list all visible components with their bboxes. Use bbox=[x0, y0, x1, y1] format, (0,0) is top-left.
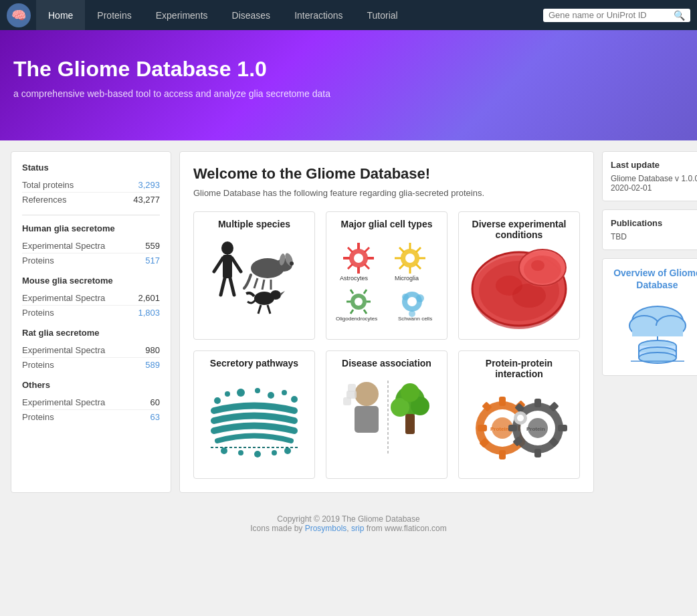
svg-line-24 bbox=[365, 264, 369, 269]
rat-proteins-row: Proteins 589 bbox=[22, 358, 160, 372]
rat-proteins-label: Proteins bbox=[22, 360, 54, 370]
references-row: References 43,277 bbox=[22, 193, 160, 207]
svg-point-10 bbox=[290, 262, 294, 266]
status-title: Status bbox=[22, 163, 160, 173]
svg-line-36 bbox=[416, 247, 421, 252]
others-proteins-row: Proteins 63 bbox=[22, 410, 160, 424]
feature-glial-cell-types-title: Major glial cell types bbox=[341, 219, 433, 229]
last-update-title: Last update bbox=[611, 160, 697, 170]
nav-experiments[interactable]: Experiments bbox=[144, 0, 220, 30]
human-spectra-value: 559 bbox=[145, 241, 160, 251]
overview-title: Overview of Gliome Database bbox=[611, 267, 697, 291]
svg-rect-119 bbox=[632, 326, 683, 336]
others-proteins-value[interactable]: 63 bbox=[151, 412, 160, 422]
svg-point-71 bbox=[282, 390, 287, 395]
feature-experimental-conditions-title: Diverse experimental conditions bbox=[466, 219, 573, 240]
svg-rect-80 bbox=[355, 406, 379, 433]
mouse-proteins-value[interactable]: 1,803 bbox=[138, 308, 160, 318]
rat-proteins-value[interactable]: 589 bbox=[145, 360, 160, 370]
secretory-pathways-image bbox=[201, 374, 308, 461]
svg-line-35 bbox=[416, 264, 421, 269]
nav-links: Home Proteins Experiments Diseases Inter… bbox=[36, 0, 410, 30]
hero-banner: The Gliome Database 1.0 a comprehensive … bbox=[0, 30, 697, 140]
svg-text:Protein: Protein bbox=[490, 426, 509, 432]
nav-home[interactable]: Home bbox=[36, 0, 85, 30]
feature-ppi[interactable]: Protein-protein interaction bbox=[458, 350, 580, 479]
overview-card[interactable]: Overview of Gliome Database bbox=[602, 258, 697, 376]
svg-line-16 bbox=[258, 305, 261, 314]
others-spectra-label: Experimental Spectra bbox=[22, 397, 105, 407]
svg-point-27 bbox=[354, 253, 363, 263]
human-proteins-row: Proteins 517 bbox=[22, 253, 160, 268]
feature-secretory-pathways[interactable]: Secretory pathways bbox=[193, 350, 315, 479]
welcome-subtitle: Gliome Database has the following featur… bbox=[193, 188, 580, 198]
svg-rect-95 bbox=[478, 425, 487, 431]
total-proteins-row: Total proteins 3,293 bbox=[22, 178, 160, 193]
hero-subtitle: a comprehensive web-based tool to access… bbox=[13, 88, 684, 99]
svg-point-69 bbox=[255, 388, 260, 393]
logo-icon: 🧠 bbox=[7, 3, 31, 27]
svg-text:Protein: Protein bbox=[526, 426, 545, 432]
others-spectra-row: Experimental Spectra 60 bbox=[22, 395, 160, 410]
sidebar: Status Total proteins 3,293 References 4… bbox=[11, 151, 171, 493]
features-grid: Multiple species bbox=[193, 211, 580, 479]
svg-point-38 bbox=[405, 253, 415, 263]
svg-line-34 bbox=[399, 247, 404, 252]
mouse-group: Mouse glia secretome Experimental Spectr… bbox=[22, 276, 160, 320]
svg-line-41 bbox=[351, 290, 353, 294]
nav-diseases[interactable]: Diseases bbox=[220, 0, 283, 30]
feature-secretory-pathways-title: Secretory pathways bbox=[210, 358, 298, 369]
feature-multiple-species[interactable]: Multiple species bbox=[193, 211, 315, 340]
svg-line-3 bbox=[232, 258, 241, 272]
svg-line-25 bbox=[365, 247, 369, 252]
feature-disease-association[interactable]: Disease association bbox=[326, 350, 447, 479]
feature-experimental-conditions[interactable]: Diverse experimental conditions bbox=[458, 211, 580, 340]
svg-rect-93 bbox=[499, 397, 506, 406]
rat-group: Rat glia secretome Experimental Spectra … bbox=[22, 328, 160, 372]
svg-point-64 bbox=[524, 255, 561, 284]
svg-point-73 bbox=[221, 447, 227, 454]
human-spectra-row: Experimental Spectra 559 bbox=[22, 239, 160, 253]
svg-rect-82 bbox=[348, 384, 356, 392]
others-group: Others Experimental Spectra 60 Proteins … bbox=[22, 380, 160, 424]
svg-text:Oligodendrocytes: Oligodendrocytes bbox=[336, 316, 377, 322]
srip-link[interactable]: srip bbox=[351, 524, 364, 533]
mouse-proteins-label: Proteins bbox=[22, 308, 54, 318]
search-input[interactable] bbox=[549, 10, 674, 20]
svg-rect-88 bbox=[405, 414, 415, 434]
svg-point-67 bbox=[225, 391, 230, 397]
human-spectra-label: Experimental Spectra bbox=[22, 241, 105, 251]
human-proteins-label: Proteins bbox=[22, 255, 54, 266]
svg-point-72 bbox=[291, 396, 298, 403]
total-proteins-value[interactable]: 3,293 bbox=[138, 180, 160, 190]
right-panel: Last update Gliome Database v 1.0.0 2020… bbox=[602, 151, 697, 493]
multiple-species-image bbox=[201, 235, 308, 322]
rat-spectra-label: Experimental Spectra bbox=[22, 345, 105, 355]
divider-1 bbox=[22, 215, 160, 215]
svg-text:Schwann cells: Schwann cells bbox=[398, 316, 432, 322]
prosymbols-link[interactable]: Prosymbols bbox=[305, 524, 347, 533]
svg-point-51 bbox=[416, 294, 424, 302]
nav-interactions[interactable]: Interactions bbox=[282, 0, 355, 30]
total-proteins-label: Total proteins bbox=[22, 180, 74, 190]
svg-point-50 bbox=[402, 294, 409, 300]
human-group: Human glia secretome Experimental Spectr… bbox=[22, 223, 160, 268]
svg-line-23 bbox=[348, 247, 353, 252]
human-title: Human glia secretome bbox=[22, 223, 160, 233]
svg-point-74 bbox=[238, 450, 243, 455]
footer: Copyright © 2019 The Gliome Database Ico… bbox=[0, 504, 697, 544]
mouse-spectra-row: Experimental Spectra 2,601 bbox=[22, 291, 160, 306]
nav-proteins[interactable]: Proteins bbox=[85, 0, 143, 30]
center-panel: Welcome to the Gliome Database! Gliome D… bbox=[179, 151, 594, 493]
svg-text:Astrocytes: Astrocytes bbox=[340, 275, 369, 282]
references-value: 43,277 bbox=[133, 195, 160, 205]
human-proteins-value[interactable]: 517 bbox=[145, 255, 160, 266]
svg-point-60 bbox=[512, 284, 546, 308]
publications-card: Publications TBD bbox=[602, 209, 697, 250]
last-update-card: Last update Gliome Database v 1.0.0 2020… bbox=[602, 151, 697, 201]
svg-rect-106 bbox=[534, 449, 541, 457]
nav-tutorial[interactable]: Tutorial bbox=[355, 0, 410, 30]
feature-glial-cell-types[interactable]: Major glial cell types As bbox=[326, 211, 447, 340]
search-icon[interactable]: 🔍 bbox=[674, 10, 685, 21]
svg-point-68 bbox=[237, 389, 245, 397]
